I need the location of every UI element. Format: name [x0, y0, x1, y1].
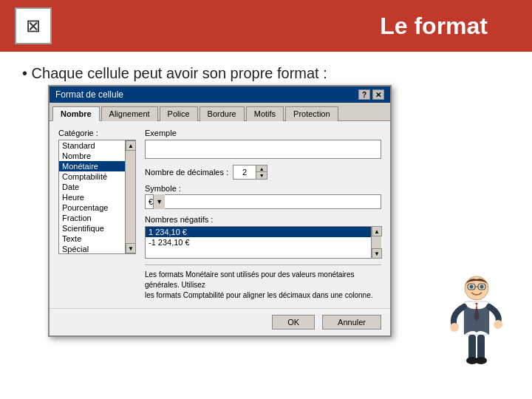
- spinner-down[interactable]: ▼: [256, 172, 267, 179]
- negatifs-wrapper: 1 234,10 € -1 234,10 € ▲ ▼: [145, 226, 381, 259]
- logo-icon: ⊠: [15, 7, 52, 44]
- category-label: Catégorie :: [58, 129, 136, 137]
- category-comptabilite[interactable]: Comptabilité: [59, 171, 135, 182]
- dialog-titlebar: Format de cellule ? ✕: [50, 86, 390, 103]
- dropdown-arrow-icon[interactable]: ▼: [153, 194, 165, 209]
- svg-point-7: [494, 320, 502, 329]
- neg-item-1[interactable]: -1 234,10 €: [146, 237, 381, 248]
- category-nombre[interactable]: Nombre: [59, 151, 135, 161]
- info-text: Les formats Monétaire sont utilisés pour…: [145, 265, 381, 301]
- svg-rect-9: [477, 335, 485, 361]
- category-standard[interactable]: Standard: [59, 140, 135, 151]
- scroll-up-btn[interactable]: ▲: [126, 140, 136, 151]
- category-list[interactable]: Standard Nombre Monétaire Comptabilité D…: [58, 140, 136, 254]
- exemple-box: [145, 140, 381, 159]
- tab-nombre[interactable]: Nombre: [52, 106, 100, 121]
- svg-point-11: [475, 357, 487, 364]
- tab-motifs[interactable]: Motifs: [246, 106, 284, 121]
- dialog-title: Format de cellule: [55, 89, 123, 100]
- category-date[interactable]: Date: [59, 182, 135, 192]
- category-monetaire[interactable]: Monétaire: [59, 161, 135, 171]
- category-section: Catégorie : Standard Nombre Monétaire Co…: [58, 129, 136, 301]
- ok-button[interactable]: OK: [272, 315, 315, 330]
- category-fraction[interactable]: Fraction: [59, 213, 135, 223]
- dialog-tabs: Nombre Alignement Police Bordure Motifs …: [50, 103, 390, 121]
- svg-point-2: [480, 285, 484, 289]
- header: ⊠ Le format: [0, 0, 532, 52]
- symbole-dropdown[interactable]: € ▼: [145, 194, 381, 209]
- svg-rect-8: [468, 335, 476, 361]
- dialog-footer: OK Annuler: [50, 308, 390, 335]
- scroll-down-btn[interactable]: ▼: [126, 243, 136, 253]
- character-illustration: [443, 273, 510, 369]
- category-scientifique[interactable]: Scientifique: [59, 223, 135, 233]
- spinner-up[interactable]: ▲: [256, 166, 267, 172]
- decimales-row: Nombre de décimales : 2 ▲ ▼: [145, 165, 381, 180]
- decimales-value[interactable]: 2: [233, 165, 256, 180]
- neg-item-0[interactable]: 1 234,10 €: [146, 227, 381, 237]
- tab-protection[interactable]: Protection: [285, 106, 338, 121]
- format-cellule-dialog: Format de cellule ? ✕ Nombre Alignement …: [48, 85, 392, 337]
- decimales-spinner[interactable]: 2 ▲ ▼: [233, 165, 267, 180]
- tab-police[interactable]: Police: [160, 106, 198, 121]
- neg-scroll-up[interactable]: ▲: [372, 226, 382, 236]
- bullet-text: • Chaque cellule peut avoir son propre f…: [0, 52, 532, 89]
- category-scrollbar[interactable]: ▲ ▼: [125, 140, 135, 253]
- category-texte[interactable]: Texte: [59, 233, 135, 244]
- titlebar-buttons: ? ✕: [358, 89, 384, 100]
- svg-point-6: [450, 323, 459, 332]
- cancel-button[interactable]: Annuler: [322, 315, 381, 330]
- dialog-body: Catégorie : Standard Nombre Monétaire Co…: [50, 121, 390, 308]
- svg-point-1: [470, 285, 474, 289]
- category-heure[interactable]: Heure: [59, 192, 135, 202]
- negatifs-label: Nombres négatifs :: [145, 215, 381, 224]
- symbole-dropdown-row: € ▼: [145, 194, 381, 209]
- negatifs-scrollbar[interactable]: ▲ ▼: [371, 226, 381, 259]
- main-row: Catégorie : Standard Nombre Monétaire Co…: [58, 129, 381, 301]
- content-section: Exemple Nombre de décimales : 2 ▲ ▼ Symb…: [145, 129, 381, 301]
- negatifs-list[interactable]: 1 234,10 € -1 234,10 €: [145, 226, 381, 259]
- decimales-label: Nombre de décimales :: [145, 168, 228, 177]
- category-special[interactable]: Spécial: [59, 244, 135, 254]
- category-pourcentage[interactable]: Pourcentage: [59, 202, 135, 213]
- page-title: Le format: [380, 13, 488, 40]
- close-button[interactable]: ✕: [372, 89, 384, 100]
- spinner-arrows[interactable]: ▲ ▼: [256, 165, 267, 180]
- tab-bordure[interactable]: Bordure: [200, 106, 245, 121]
- help-button[interactable]: ?: [358, 89, 370, 100]
- exemple-label: Exemple: [145, 129, 381, 137]
- neg-scroll-down[interactable]: ▼: [372, 248, 382, 259]
- symbole-label: Symbole :: [145, 184, 381, 193]
- tab-alignement[interactable]: Alignement: [101, 106, 158, 121]
